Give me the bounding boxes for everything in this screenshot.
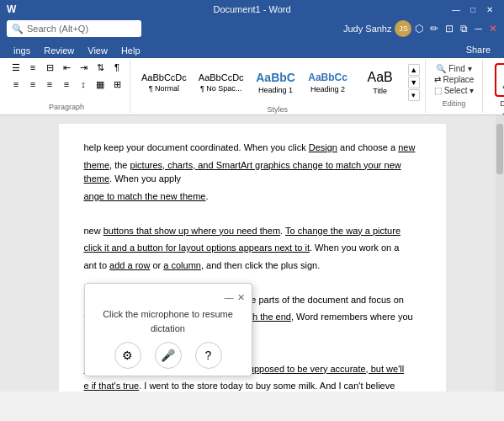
multilevel-btn[interactable]: ⊟ [42, 60, 57, 75]
styles-expand[interactable]: ▾ [408, 89, 420, 101]
window-icons: ⬡ ✏ ⊡ ⧉ ─ ✕ [415, 23, 497, 35]
indent-decrease-btn[interactable]: ⇤ [59, 60, 74, 75]
borders-btn[interactable]: ⊞ [109, 77, 125, 92]
style-nospace-label: ¶ No Spac... [200, 84, 241, 93]
line-spacing-btn[interactable]: ↕ [76, 77, 91, 92]
doc-line-7: ant to add a row or a column, and then c… [84, 258, 421, 273]
list-bullet-btn[interactable]: ☰ [8, 60, 24, 75]
style-heading2[interactable]: AaBbCc Heading 2 [302, 60, 354, 105]
settings-icon: ⊡ [445, 23, 454, 35]
scrollbar-thumb [496, 124, 503, 174]
tab-review[interactable]: Review [37, 43, 81, 58]
replace-icon: ⇄ [434, 75, 441, 84]
paragraph-row1: ☰ ≡ ⊟ ⇤ ⇥ ⇅ ¶ [8, 60, 125, 75]
align-left-btn[interactable]: ≡ [8, 77, 24, 92]
help-question-icon: ? [205, 347, 212, 365]
list-number-btn[interactable]: ≡ [25, 60, 40, 75]
styles-scroll-down[interactable]: ▼ [408, 77, 420, 88]
document-title: Document1 - Word [213, 4, 290, 14]
style-h1-preview: AaBbC [256, 71, 295, 84]
dictate-button[interactable]: 🎤 Dictate [488, 60, 504, 111]
user-area: Judy Sanhz JS ⬡ ✏ ⊡ ⧉ ─ ✕ [343, 20, 497, 37]
search-icon: 🔍 [12, 24, 24, 35]
doc-scrollbar[interactable] [496, 115, 504, 392]
align-center-btn[interactable]: ≡ [25, 77, 40, 92]
find-label: Find ▾ [448, 64, 471, 73]
styles-scroll-up[interactable]: ▲ [408, 64, 420, 76]
ribbon-tabs: ings Review View Help Comments Share [0, 40, 504, 58]
justify-btn[interactable]: ≡ [59, 77, 74, 92]
style-title[interactable]: AaB Title [354, 60, 406, 105]
word-logo-icon: W [7, 3, 16, 15]
document-page[interactable]: help keep your document coordinated. Whe… [59, 124, 446, 392]
styles-group: AaBbCcDc ¶ Normal AaBbCcDc ¶ No Spac... … [130, 60, 426, 113]
style-nospace[interactable]: AaBbCcDc ¶ No Spac... [193, 60, 250, 105]
dictate-icon-wrap: 🎤 [495, 63, 504, 97]
shading-btn[interactable]: ▦ [93, 77, 108, 92]
sort-btn[interactable]: ⇅ [93, 60, 108, 75]
minimize-icon: ─ [475, 23, 482, 35]
tab-help[interactable]: Help [114, 43, 147, 58]
settings-gear-icon: ⚙ [122, 347, 133, 365]
styles-scroll: ▲ ▼ ▾ [408, 64, 420, 101]
style-h2-preview: AaBbCc [308, 72, 347, 83]
style-normal[interactable]: AaBbCcDc ¶ Normal [135, 60, 193, 105]
paragraph-row2: ≡ ≡ ≡ ≡ ↕ ▦ ⊞ [8, 77, 125, 92]
ribbon: ☰ ≡ ⊟ ⇤ ⇥ ⇅ ¶ ≡ ≡ ≡ ≡ ↕ ▦ ⊞ Paragraph Aa… [0, 58, 504, 115]
style-nospace-preview: AaBbCcDc [199, 72, 244, 83]
window-controls: — □ ✕ [448, 2, 497, 17]
replace-label: Replace [443, 75, 475, 84]
minimize-button[interactable]: — [448, 2, 464, 17]
comment-icon: ✏ [430, 23, 438, 35]
share-icon: ⬡ [415, 23, 423, 35]
close-button[interactable]: ✕ [482, 2, 497, 17]
maximize-button[interactable]: □ [465, 2, 480, 17]
select-label: Select ▾ [444, 86, 475, 95]
popup-header: — ✕ [92, 290, 245, 305]
close-icon: ✕ [489, 23, 497, 35]
styles-list: AaBbCcDc ¶ Normal AaBbCcDc ¶ No Spac... … [135, 60, 406, 105]
comments-button[interactable]: Comments [395, 43, 456, 56]
user-name: Judy Sanhz [343, 24, 391, 34]
styles-area: AaBbCcDc ¶ Normal AaBbCcDc ¶ No Spac... … [135, 60, 420, 105]
search-bar: 🔍 Search (Alt+Q) Judy Sanhz JS ⬡ ✏ ⊡ ⧉ ─… [0, 19, 504, 40]
doc-line-14: e if that's true. I went to the store to… [84, 379, 421, 392]
doc-line-2: theme, the pictures, charts, and SmartAr… [84, 158, 421, 186]
popup-mic-button[interactable]: 🎤 [155, 342, 182, 369]
tab-ings[interactable]: ings [7, 43, 37, 58]
style-heading1[interactable]: AaBbC Heading 1 [250, 60, 302, 105]
search-input[interactable]: 🔍 Search (Alt+Q) [7, 20, 141, 37]
voice-group: 🎤 Dictate Voice [483, 60, 504, 113]
popup-minimize[interactable]: — [225, 290, 234, 305]
style-title-preview: AaB [367, 70, 392, 85]
dictate-popup: — ✕ Click the microphone to resume dicta… [84, 283, 252, 377]
find-button[interactable]: 🔍 Find ▾ [432, 63, 475, 74]
select-button[interactable]: ⬚ Select ▾ [431, 85, 478, 96]
title-bar-left: W [7, 3, 16, 15]
popup-help-button[interactable]: ? [195, 342, 222, 369]
paragraph-group: ☰ ≡ ⊟ ⇤ ⇥ ⇅ ¶ ≡ ≡ ≡ ≡ ↕ ▦ ⊞ Paragraph [3, 60, 130, 113]
user-avatar[interactable]: JS [395, 20, 411, 37]
style-normal-preview: AaBbCcDc [141, 72, 187, 83]
select-icon: ⬚ [434, 86, 442, 95]
pilcrow-btn[interactable]: ¶ [109, 60, 125, 75]
popup-close[interactable]: ✕ [237, 290, 245, 305]
tab-view[interactable]: View [81, 43, 114, 58]
popup-settings-button[interactable]: ⚙ [114, 342, 141, 369]
popup-message: Click the microphone to resume dictation [92, 307, 245, 335]
dictate-label: Dictate [500, 99, 504, 108]
styles-label: Styles [268, 105, 289, 115]
indent-increase-btn[interactable]: ⇥ [76, 60, 91, 75]
doc-line-3: ange to match the new theme. [84, 189, 421, 204]
replace-button[interactable]: ⇄ Replace [431, 74, 478, 85]
editing-group: 🔍 Find ▾ ⇄ Replace ⬚ Select ▾ Editing [426, 60, 484, 113]
style-h1-label: Heading 1 [258, 86, 293, 94]
align-right-btn[interactable]: ≡ [42, 77, 57, 92]
style-title-label: Title [373, 87, 387, 95]
restore-icon: ⧉ [460, 23, 468, 35]
doc-line-1: help keep your document coordinated. Whe… [84, 141, 421, 155]
doc-line-4 [84, 206, 421, 221]
share-button[interactable]: Share [459, 43, 497, 56]
popup-mic-icon: 🎤 [161, 347, 175, 365]
editing-label: Editing [443, 99, 466, 109]
